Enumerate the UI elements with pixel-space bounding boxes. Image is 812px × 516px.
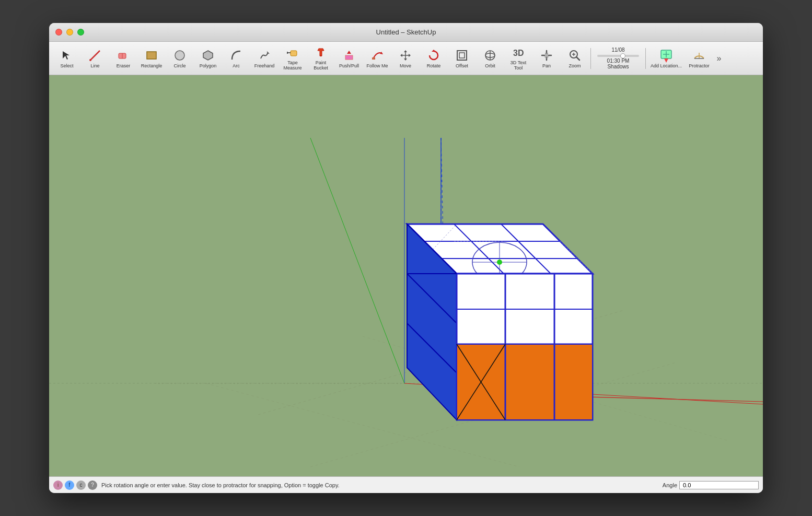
svg-rect-22 <box>457 51 467 60</box>
svg-rect-7 <box>291 51 297 56</box>
tape-label: Tape Measure <box>280 61 305 71</box>
more-icon: » <box>717 54 722 63</box>
main-window: Untitled – SketchUp Select Line Eraser <box>49 23 763 493</box>
toolbar-separator-2 <box>645 48 646 69</box>
rotate-icon <box>426 48 441 63</box>
pan-label: Pan <box>542 64 551 69</box>
arc-icon <box>229 48 243 63</box>
tool-select[interactable]: Select <box>53 44 80 73</box>
freehand-label: Freehand <box>254 64 275 69</box>
rectangle-label: Rectangle <box>141 64 163 69</box>
viewport-svg <box>49 75 763 476</box>
shadows-date: 11/08 <box>611 47 624 53</box>
tool-zoom[interactable]: Zoom <box>561 44 588 73</box>
tool-move[interactable]: Move <box>392 44 419 73</box>
paint-label: Paint Bucket <box>308 61 333 71</box>
tool-rotate[interactable]: Rotate <box>420 44 447 73</box>
shadow-slider[interactable] <box>597 55 639 57</box>
svg-point-61 <box>497 260 502 265</box>
svg-rect-4 <box>147 52 156 59</box>
tool-freehand[interactable]: Freehand <box>251 44 278 73</box>
zoom-label: Zoom <box>569 64 581 69</box>
rotate-label: Rotate <box>427 64 441 69</box>
close-button[interactable] <box>55 29 62 36</box>
shadows-time: 01:30 PM <box>607 58 630 64</box>
tool-tape[interactable]: Tape Measure <box>279 44 306 73</box>
addlocation-icon <box>659 48 674 63</box>
rectangle-icon <box>144 48 159 63</box>
tool-polygon[interactable]: Polygon <box>194 44 222 73</box>
tool-eraser[interactable]: Eraser <box>110 44 137 73</box>
pushpull-icon <box>342 48 356 63</box>
tool-addlocation[interactable]: Add Location... <box>648 44 685 73</box>
followme-label: Follow Me <box>366 64 388 69</box>
window-title: Untitled – SketchUp <box>376 28 436 36</box>
tool-pushpull[interactable]: Push/Pull <box>335 44 363 73</box>
svg-marker-33 <box>664 58 668 63</box>
line-label: Line <box>90 64 99 69</box>
svg-marker-16 <box>404 58 407 61</box>
move-icon <box>398 48 413 63</box>
eraser-icon <box>116 48 131 63</box>
svg-point-10 <box>320 55 322 56</box>
tool-paint[interactable]: Paint Bucket <box>307 44 334 73</box>
tool-line[interactable]: Line <box>82 44 109 73</box>
titlebar: Untitled – SketchUp <box>49 23 763 42</box>
svg-rect-14 <box>372 57 375 60</box>
polygon-label: Polygon <box>200 64 217 69</box>
orbit-icon <box>483 48 497 63</box>
shadows-control[interactable]: 11/08 01:30 PM Shadows <box>593 47 643 69</box>
tool-protractor[interactable]: Protractor <box>686 44 713 73</box>
svg-rect-23 <box>459 53 465 58</box>
status-icons: i f c ? <box>53 480 97 490</box>
svg-marker-17 <box>400 54 402 57</box>
offset-icon <box>455 48 469 63</box>
freehand-icon <box>257 48 272 63</box>
tool-rectangle[interactable]: Rectangle <box>138 44 165 73</box>
tool-circle[interactable]: Circle <box>166 44 193 73</box>
svg-marker-21 <box>432 50 436 52</box>
toolbar-separator-1 <box>590 48 591 69</box>
toolbar: Select Line Eraser Rectangle Circle <box>49 42 763 75</box>
tool-offset[interactable]: Offset <box>448 44 475 73</box>
svg-line-42 <box>310 138 404 383</box>
followme-icon <box>370 48 385 63</box>
status-icon-info: i <box>53 480 63 490</box>
svg-point-1 <box>89 59 91 61</box>
svg-rect-11 <box>345 55 353 60</box>
svg-line-29 <box>576 57 579 60</box>
status-icon-copy: c <box>76 480 86 490</box>
tool-followme[interactable]: Follow Me <box>364 44 391 73</box>
maximize-button[interactable] <box>77 29 84 36</box>
tool-orbit[interactable]: Orbit <box>477 44 504 73</box>
svg-marker-15 <box>404 50 407 52</box>
offset-label: Offset <box>456 64 468 69</box>
tool-3dtext[interactable]: 3D 3D Text Tool <box>505 44 532 73</box>
angle-label: Angle <box>663 482 677 488</box>
toolbar-more[interactable]: » <box>714 44 724 73</box>
statusbar: i f c ? Pick rotation angle or enter val… <box>49 476 763 493</box>
svg-marker-12 <box>347 51 351 54</box>
tape-icon <box>285 46 300 60</box>
angle-input[interactable] <box>679 481 759 489</box>
shadow-thumb[interactable] <box>620 53 625 58</box>
circle-label: Circle <box>173 64 185 69</box>
move-label: Move <box>400 64 411 69</box>
tool-arc[interactable]: Arc <box>223 44 250 73</box>
svg-marker-70 <box>457 344 593 420</box>
svg-marker-18 <box>409 54 411 57</box>
zoom-icon <box>567 48 582 63</box>
viewport[interactable] <box>49 75 763 476</box>
3dtext-label: 3D Text Tool <box>506 61 531 71</box>
minimize-button[interactable] <box>66 29 73 36</box>
svg-text:3D: 3D <box>513 49 524 57</box>
arc-label: Arc <box>233 64 240 69</box>
status-message: Pick rotation angle or enter value. Stay… <box>101 482 658 488</box>
circle-icon <box>172 48 187 63</box>
pan-icon <box>539 48 554 63</box>
orbit-label: Orbit <box>485 64 495 69</box>
protractor-label: Protractor <box>689 64 710 69</box>
tool-pan[interactable]: Pan <box>533 44 560 73</box>
3dtext-icon: 3D <box>511 46 526 60</box>
angle-box: Angle <box>663 481 759 489</box>
